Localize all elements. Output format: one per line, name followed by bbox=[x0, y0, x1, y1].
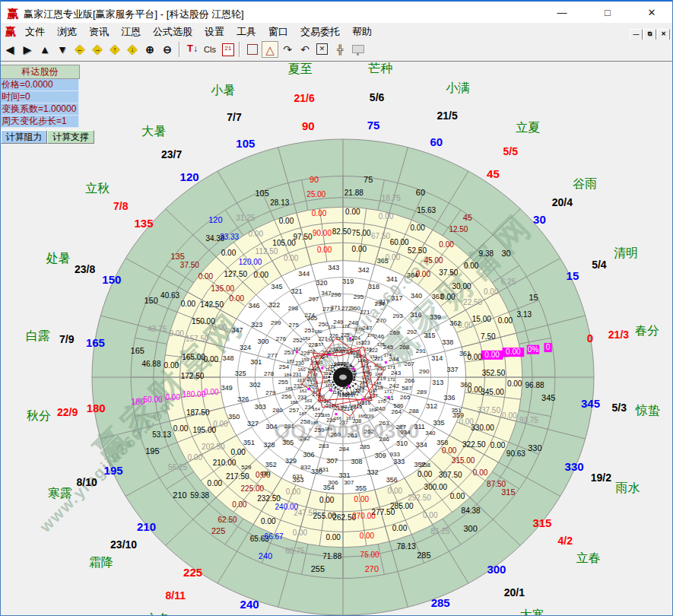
magenta-dot bbox=[349, 337, 351, 339]
maximize-button[interactable]: □ bbox=[596, 5, 619, 21]
menu-bar: 赢 文件浏览资讯江恩公式选股设置工具窗口交易委托帮助 —⧉✕ bbox=[1, 23, 672, 40]
wheel-number: 0.00 bbox=[345, 208, 360, 216]
nav-forward-icon[interactable]: ▶ bbox=[19, 41, 36, 58]
wheel-number: 59.38 bbox=[190, 491, 209, 500]
draw-triangle-icon[interactable]: △ bbox=[262, 41, 278, 58]
spiral-number: 350 bbox=[228, 413, 240, 421]
spiral-number: 344 bbox=[298, 270, 310, 278]
menu-item-9[interactable]: 帮助 bbox=[346, 23, 378, 41]
menu-item-1[interactable]: 浏览 bbox=[51, 23, 83, 41]
highlight-value: 0.00 bbox=[506, 348, 521, 356]
pan-up-icon[interactable]: ◆↑ bbox=[106, 41, 123, 58]
mdi-minimize-button[interactable]: — bbox=[630, 29, 643, 40]
sector-date-label: 23/7 bbox=[161, 148, 182, 160]
spiral-number: 247 bbox=[362, 325, 373, 332]
spiral-number: 291 bbox=[416, 348, 427, 354]
app-logo-icon: 赢 bbox=[7, 7, 18, 21]
menu-item-8[interactable]: 交易委托 bbox=[294, 23, 346, 41]
spiral-number: 250 bbox=[319, 321, 329, 328]
sector-term-label: 立春 bbox=[576, 551, 601, 564]
draw-square-icon[interactable] bbox=[244, 41, 261, 58]
center-noise-dot bbox=[333, 384, 335, 386]
menu-item-4[interactable]: 公式选股 bbox=[147, 23, 198, 41]
center-noise-dot bbox=[354, 383, 356, 384]
spiral-number-extra: 360 bbox=[351, 305, 361, 312]
sector-term-label: 雨水 bbox=[616, 481, 640, 494]
calc-resistance-button[interactable]: 计算阻力 bbox=[1, 130, 47, 144]
spiral-number: 259 bbox=[314, 427, 325, 433]
presentation-icon[interactable] bbox=[349, 41, 366, 58]
wheel-number: 0.00 bbox=[490, 441, 506, 449]
spiral-number: 355 bbox=[355, 484, 367, 492]
wheel-number: 0.00 bbox=[169, 329, 184, 338]
sector-angle-label: 345 bbox=[581, 397, 600, 410]
wheel-number: 0.00 bbox=[450, 492, 465, 500]
pan-right-icon[interactable]: ◆→ bbox=[89, 41, 106, 58]
gann-wheel[interactable]: 赢家财富网www.yingjia360.com赢家财富网www.yingjia3… bbox=[1, 62, 673, 616]
spiral-number-extra: 832 bbox=[300, 464, 311, 471]
spiral-number: 188 bbox=[311, 421, 319, 425]
zoom-out-icon[interactable]: ⊖ bbox=[159, 41, 176, 58]
delete-box-icon[interactable]: ✕ bbox=[314, 41, 331, 58]
zoom-in-icon[interactable]: ⊕ bbox=[141, 41, 158, 58]
spiral-number: 360 bbox=[460, 381, 471, 389]
spiral-number: 352 bbox=[265, 461, 277, 468]
window-title: 赢家江恩专业版[赢家服务平台] - [科达股份 江恩轮] bbox=[24, 8, 244, 21]
spiral-number: 231 bbox=[293, 372, 302, 377]
menu-item-6[interactable]: 工具 bbox=[230, 23, 262, 41]
nav-back-icon[interactable]: ◀ bbox=[2, 41, 18, 58]
menu-item-2[interactable]: 资讯 bbox=[83, 23, 115, 41]
menu-item-3[interactable]: 江恩 bbox=[115, 23, 147, 41]
spiral-number: 284 bbox=[339, 446, 350, 452]
pan-left-icon[interactable]: ◆← bbox=[71, 41, 88, 58]
rotate-ccw-icon[interactable]: ↶ bbox=[297, 41, 313, 58]
center-noise-dot bbox=[329, 376, 330, 378]
pan-down-icon[interactable]: ◆↓ bbox=[124, 41, 141, 58]
menu-item-0[interactable]: 文件 bbox=[19, 23, 51, 41]
wheel-number: 0.00 bbox=[173, 424, 189, 433]
spiral-number: 348 bbox=[222, 354, 233, 362]
center-view-icon[interactable]: ╬ bbox=[332, 41, 348, 58]
calc-support-button[interactable]: 计算支撑 bbox=[47, 130, 94, 144]
clear-icon[interactable]: Cls bbox=[202, 41, 218, 58]
mdi-restore-button[interactable]: ⧉ bbox=[643, 29, 656, 40]
mdi-close-button[interactable]: ✕ bbox=[657, 29, 670, 40]
wheel-number: 28.13 bbox=[270, 198, 289, 207]
spiral-number: 223 bbox=[361, 340, 370, 345]
sector-angle-label: 300 bbox=[487, 563, 506, 576]
nav-up-icon[interactable]: ▲ bbox=[37, 41, 53, 58]
spiral-number: 362 bbox=[449, 319, 461, 327]
sector-term-label: 谷雨 bbox=[573, 177, 597, 190]
calendar-icon[interactable]: 21 bbox=[219, 41, 236, 58]
nav-down-icon[interactable]: ▼ bbox=[54, 41, 71, 58]
menu-item-7[interactable]: 窗口 bbox=[262, 23, 294, 41]
stock-name: 科达股份 bbox=[1, 65, 80, 79]
spiral-number: 260 bbox=[330, 431, 341, 438]
wheel-number: 15.00 bbox=[472, 315, 491, 323]
menu-item-5[interactable]: 设置 bbox=[198, 23, 230, 41]
wheel-number: 0.00 bbox=[165, 393, 180, 402]
wheel-number: 0.00 bbox=[379, 212, 394, 221]
sector-angle-label: 180 bbox=[87, 402, 106, 414]
spiral-number: 278 bbox=[264, 370, 275, 377]
spiral-number: 268 bbox=[399, 344, 410, 351]
sector-angle-label: 225 bbox=[183, 566, 202, 579]
chart-canvas[interactable]: 赢家财富网www.yingjia360.com赢家财富网www.yingjia3… bbox=[1, 61, 673, 616]
rotate-cw-icon[interactable]: ↷ bbox=[279, 41, 296, 58]
spiral-number: 255 bbox=[278, 379, 289, 386]
spiral-number: 293 bbox=[392, 313, 403, 319]
wheel-number: 120 bbox=[208, 215, 222, 224]
center-noise-dot bbox=[349, 386, 351, 388]
highlight-value: 0 bbox=[546, 343, 551, 351]
sector-term-label: 立冬 bbox=[146, 612, 170, 616]
minimize-button[interactable]: — bbox=[551, 5, 573, 21]
spiral-number: 185 bbox=[285, 386, 294, 391]
vertical-scale-icon[interactable]: T↓ bbox=[184, 41, 201, 58]
wheel-number: 270 bbox=[365, 564, 379, 573]
title-bar: 赢 赢家江恩专业版[赢家服务平台] - [科达股份 江恩轮] — □ ✕ bbox=[1, 0, 672, 23]
wheel-number: 43.75 bbox=[148, 325, 167, 333]
spiral-number: 275 bbox=[289, 322, 300, 329]
sector-date-label: 7/7 bbox=[227, 111, 242, 123]
close-button[interactable]: ✕ bbox=[640, 5, 663, 21]
wheel-number: 255 bbox=[311, 564, 325, 573]
